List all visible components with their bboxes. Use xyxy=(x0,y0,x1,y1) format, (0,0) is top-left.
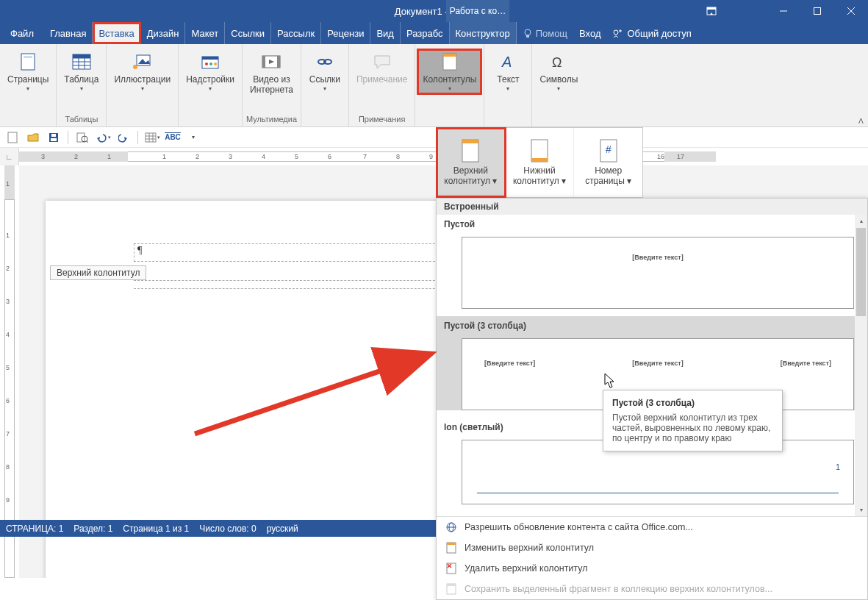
preview-button[interactable] xyxy=(73,129,92,146)
svg-text:#: # xyxy=(606,143,611,155)
cmd-update-office[interactable]: Разрешить обновление контента с сайта Of… xyxy=(437,517,867,538)
tables-group-label: Таблицы xyxy=(65,115,98,125)
header-zone-dashes xyxy=(134,280,457,289)
header-footer-button[interactable]: Колонтитулы▾ xyxy=(418,50,481,93)
header-dropdown[interactable]: Верхний колонтитул ▾ xyxy=(437,128,506,197)
sign-in[interactable]: Вход xyxy=(573,22,606,44)
status-words[interactable]: Число слов: 0 xyxy=(199,524,256,534)
tab-insert[interactable]: Вставка xyxy=(93,22,140,44)
collapse-ribbon-icon[interactable]: ᐱ xyxy=(858,117,864,125)
mouse-cursor-icon xyxy=(604,373,616,389)
scroll-up-icon[interactable]: ▴ xyxy=(855,215,867,227)
ribbon: Страницы▾ Таблица▾ Таблицы Иллюстрации▾ … xyxy=(0,44,868,127)
text-button[interactable]: A Текст▾ xyxy=(487,50,528,93)
illustrations-icon xyxy=(132,51,153,72)
undo-button[interactable]: ▾ xyxy=(93,129,112,146)
svg-point-20 xyxy=(133,65,137,69)
links-button[interactable]: Ссылки▾ xyxy=(304,50,345,93)
addins-button[interactable]: Надстройки▾ xyxy=(182,50,239,93)
table-qat-button[interactable]: ▾ xyxy=(143,129,162,146)
tab-selector[interactable]: ∟ xyxy=(0,148,19,165)
tab-developer[interactable]: Разрабс xyxy=(401,22,450,44)
online-video-button[interactable]: Видео из Интернета xyxy=(245,50,298,97)
svg-rect-51 xyxy=(146,133,156,142)
svg-rect-27 xyxy=(262,56,265,68)
comment-button: Примечание xyxy=(352,50,412,87)
gallery-item-blank[interactable]: Пустой [Введите текст] xyxy=(437,215,867,309)
bulb-icon xyxy=(523,28,533,38)
quick-access-toolbar: ▾ ▾ ABC ▾ xyxy=(0,127,868,148)
maximize-button[interactable] xyxy=(800,0,834,22)
svg-rect-39 xyxy=(531,158,548,162)
svg-rect-3 xyxy=(814,8,821,15)
table-button[interactable]: Таблица▾ xyxy=(60,50,103,93)
status-pageof[interactable]: Страница 1 из 1 xyxy=(123,524,189,534)
cmd-edit-header[interactable]: Изменить верхний колонтитул xyxy=(437,538,867,558)
share-label: Общий доступ xyxy=(627,28,691,39)
status-section[interactable]: Раздел: 1 xyxy=(73,524,112,534)
paragraph-mark: ¶ xyxy=(137,245,142,257)
save-button[interactable] xyxy=(44,129,63,146)
ribbon-display-options-icon[interactable] xyxy=(695,0,728,22)
scrollbar-thumb[interactable] xyxy=(856,228,866,316)
minimize-button[interactable] xyxy=(767,0,800,22)
share-icon xyxy=(612,28,623,38)
tab-designer[interactable]: Конструктор xyxy=(450,22,517,44)
pages-icon xyxy=(18,51,38,72)
tell-me-label: Помощ xyxy=(536,28,567,39)
page-footer-icon xyxy=(529,138,550,165)
footer-dropdown[interactable]: Нижний колонтитул ▾ xyxy=(506,128,575,197)
title-bar: Документ1 - Word Работа с ко… xyxy=(0,0,868,22)
save-selection-icon xyxy=(445,583,457,595)
video-icon xyxy=(261,51,281,72)
media-group-label: Мультимедиа xyxy=(246,115,297,125)
gallery-item-ion-dark[interactable]: Ion (темный) xyxy=(437,512,867,516)
close-button[interactable] xyxy=(834,0,868,22)
cmd-remove-header[interactable]: Удалить верхний колонтитул xyxy=(437,558,867,579)
tab-layout[interactable]: Макет xyxy=(185,22,225,44)
tooltip: Пустой (3 столбца) Пустой верхний колонт… xyxy=(603,390,783,451)
svg-rect-33 xyxy=(443,54,456,57)
text-icon: A xyxy=(498,51,518,72)
annotation-arrow xyxy=(187,346,437,441)
status-page[interactable]: СТРАНИЦА: 1 xyxy=(6,524,63,534)
header-footer-icon xyxy=(440,51,460,72)
qat-customize[interactable]: ▾ xyxy=(184,129,203,146)
gallery-scrollbar[interactable]: ▴ ▾ xyxy=(855,215,867,516)
header-edit-zone[interactable] xyxy=(134,243,457,262)
tab-view[interactable]: Вид xyxy=(370,22,401,44)
tab-mailings[interactable]: Рассылк xyxy=(271,22,321,44)
svg-rect-44 xyxy=(51,138,57,141)
svg-rect-17 xyxy=(73,54,90,58)
vertical-ruler[interactable]: 1123456789 xyxy=(0,165,19,578)
scroll-down-icon[interactable]: ▾ xyxy=(855,504,867,516)
tab-file[interactable]: Файл xyxy=(0,22,44,44)
symbols-button[interactable]: Ω Символы▾ xyxy=(535,50,582,93)
tab-home[interactable]: Главная xyxy=(44,22,93,44)
status-bar: СТРАНИЦА: 1 Раздел: 1 Страница 1 из 1 Чи… xyxy=(0,520,438,537)
status-lang[interactable]: русский xyxy=(267,524,298,534)
ruler-row: ∟ 3211234567891011121314151617 xyxy=(0,148,868,165)
svg-rect-7 xyxy=(526,35,529,38)
svg-rect-60 xyxy=(447,543,456,545)
remove-header-icon xyxy=(445,562,457,574)
svg-text:Ω: Ω xyxy=(552,55,562,70)
page-header-icon xyxy=(460,138,481,165)
share-button[interactable]: Общий доступ xyxy=(606,22,697,44)
redo-button[interactable] xyxy=(114,129,133,146)
tab-review[interactable]: Рецензи xyxy=(321,22,370,44)
open-button[interactable] xyxy=(24,129,43,146)
tab-references[interactable]: Ссылки xyxy=(225,22,271,44)
page-number-dropdown[interactable]: # Номер страницы ▾ xyxy=(574,128,642,197)
globe-icon xyxy=(445,521,457,533)
svg-point-25 xyxy=(214,63,217,65)
addins-icon xyxy=(200,51,220,72)
illustrations-button[interactable]: Иллюстрации▾ xyxy=(110,50,175,93)
tab-design[interactable]: Дизайн xyxy=(141,22,186,44)
pages-button[interactable]: Страницы▾ xyxy=(3,50,53,93)
spelling-button[interactable]: ABC xyxy=(163,129,182,146)
ribbon-tabs: Файл Главная Вставка Дизайн Макет Ссылки… xyxy=(0,22,868,44)
tell-me[interactable]: Помощ xyxy=(517,22,573,44)
new-doc-button[interactable] xyxy=(3,129,22,146)
table-icon xyxy=(71,51,92,72)
